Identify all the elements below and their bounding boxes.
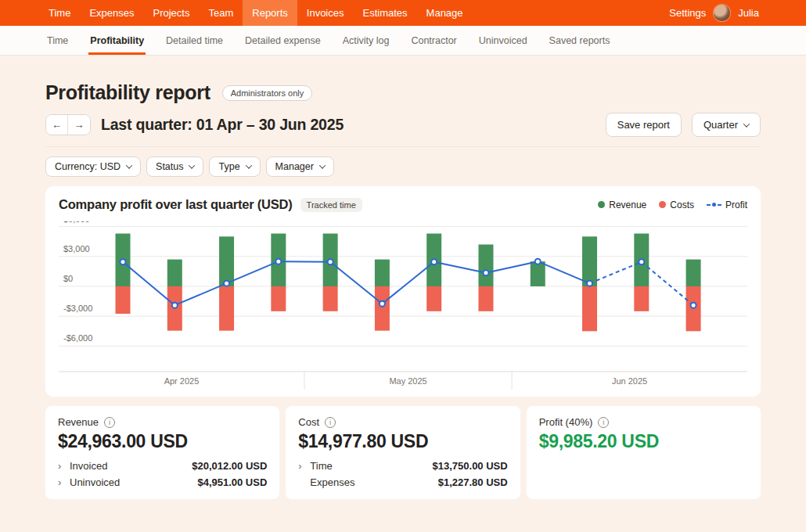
filter-status[interactable]: Status (146, 156, 203, 177)
nav-item-time[interactable]: Time (39, 0, 80, 26)
dash (718, 204, 721, 206)
nav-item-manage[interactable]: Manage (417, 0, 473, 26)
breakdown-row-uninvoiced[interactable]: ›Uninvoiced$4,951.00 USD (58, 476, 267, 488)
row-label: Uninvoiced (70, 476, 120, 488)
costs-series-icon (659, 201, 666, 208)
profit-line-solid (123, 261, 590, 305)
profit-label-row: Profit (40%)i (539, 416, 748, 428)
user-avatar[interactable] (714, 5, 730, 21)
row-label: Time (310, 460, 332, 472)
costs-bar (634, 286, 649, 311)
period-dropdown[interactable]: Quarter (692, 113, 761, 137)
costs-bar (375, 286, 390, 331)
breakdown-row-time[interactable]: ›Time$13,750.00 USD (298, 460, 507, 472)
subnav-item-saved-reports[interactable]: Saved reports (538, 26, 621, 55)
main-content: Profitability report Administrators only… (0, 56, 806, 532)
chart-header: Company profit over last quarter (USD) T… (59, 197, 747, 212)
profit-point (639, 259, 644, 264)
y-axis-label: $3,000 (63, 244, 90, 253)
legend-item-revenue[interactable]: Revenue (598, 200, 646, 210)
subnav-item-detailed-expense[interactable]: Detailed expense (234, 26, 332, 55)
profit-chart: $6,000$3,000$0-$3,000-$6,000Apr 2025May … (59, 221, 747, 390)
legend-label: Profit (725, 200, 747, 210)
costs-bar (582, 286, 597, 331)
date-row: ← → Last quarter: 01 Apr – 30 Jun 2025 S… (45, 113, 761, 137)
filter-type[interactable]: Type (209, 156, 260, 177)
row-value: $4,951.00 USD (197, 476, 267, 488)
settings-link[interactable]: Settings (669, 7, 706, 19)
row-value: $13,750.00 USD (433, 460, 508, 472)
profit-point (691, 303, 696, 308)
filter-bar: Currency: USDStatusTypeManager (45, 156, 761, 177)
tracked-time-badge: Tracked time (300, 198, 362, 212)
profit-point (587, 281, 592, 286)
costs-bar (271, 286, 286, 311)
page-title: Profitability report (45, 81, 210, 104)
nav-item-expenses[interactable]: Expenses (80, 0, 143, 26)
filter-label: Status (156, 161, 183, 172)
x-axis-label: Apr 2025 (164, 376, 200, 386)
y-axis-label: -$3,000 (63, 304, 92, 313)
nav-item-estimates[interactable]: Estimates (354, 0, 417, 26)
legend-item-costs[interactable]: Costs (659, 200, 694, 210)
cost-label-row: Costi (298, 416, 507, 428)
cost-label: Cost (298, 416, 319, 428)
profit-point (328, 259, 333, 264)
previous-period-button[interactable]: ← (46, 115, 68, 135)
revenue-bar (531, 261, 545, 286)
revenue-label: Revenue (58, 416, 99, 428)
subnav-item-profitability[interactable]: Profitability (79, 26, 155, 55)
revenue-breakdown: ›Invoiced$20,012.00 USD›Uninvoiced$4,951… (58, 460, 267, 488)
filter-currency-usd[interactable]: Currency: USD (45, 156, 141, 177)
nav-item-team[interactable]: Team (199, 0, 243, 26)
user-menu[interactable]: Julia (738, 7, 759, 19)
profit-value: $9,985.20 USD (539, 431, 748, 452)
topnav-right: Settings Julia (669, 0, 806, 26)
chevron-right-icon: › (58, 476, 70, 488)
breakdown-row-invoiced[interactable]: ›Invoiced$20,012.00 USD (58, 460, 267, 472)
revenue-value: $24,963.00 USD (58, 431, 267, 452)
info-icon[interactable]: i (104, 417, 115, 428)
revenue-card: Revenuei$24,963.00 USD›Invoiced$20,012.0… (45, 406, 279, 499)
legend-label: Costs (670, 200, 694, 210)
profit-card: Profit (40%)i$9,985.20 USD (527, 406, 761, 499)
costs-bar (219, 286, 234, 331)
subnav-item-uninvoiced[interactable]: Uninvoiced (468, 26, 538, 55)
subnav-item-activity-log[interactable]: Activity log (332, 26, 401, 55)
nav-item-invoices[interactable]: Invoices (297, 0, 354, 26)
info-icon[interactable]: i (325, 417, 336, 428)
next-period-button[interactable]: → (68, 115, 90, 135)
info-icon[interactable]: i (598, 417, 609, 428)
profit-point (121, 259, 126, 264)
breakdown-row-expenses: Expenses$1,227.80 USD (298, 476, 507, 488)
reports-subnav: TimeProfitabilityDetailed timeDetailed e… (0, 26, 806, 56)
save-report-button[interactable]: Save report (606, 113, 682, 137)
filter-manager[interactable]: Manager (266, 156, 334, 177)
chevron-down-icon (319, 162, 326, 168)
row-label: Invoiced (70, 460, 107, 472)
chart-card: Company profit over last quarter (USD) T… (45, 186, 761, 397)
subnav-item-time[interactable]: Time (36, 26, 79, 55)
date-range-label: Last quarter: 01 Apr – 30 Jun 2025 (101, 116, 344, 134)
y-axis-label: $6,000 (63, 221, 90, 224)
revenue-bar (582, 236, 597, 286)
chevron-right-icon: › (298, 460, 310, 472)
subnav-item-contractor[interactable]: Contractor (400, 26, 467, 55)
costs-bar (426, 286, 441, 311)
chevron-down-icon (189, 162, 195, 168)
costs-bar (323, 286, 338, 311)
profit-point (172, 303, 178, 308)
nav-item-projects[interactable]: Projects (144, 0, 200, 26)
profit-point (431, 259, 437, 264)
primary-nav: TimeExpensesProjectsTeamReportsInvoicesE… (39, 0, 473, 26)
cost-card: Costi$14,977.80 USD›Time$13,750.00 USDEx… (286, 406, 520, 499)
filter-label: Manager (275, 161, 314, 172)
dash (707, 204, 711, 206)
legend-item-profit[interactable]: Profit (707, 200, 747, 210)
subnav-item-detailed-time[interactable]: Detailed time (155, 26, 234, 55)
header-divider (45, 146, 761, 147)
x-axis-label: Jun 2025 (612, 376, 647, 386)
filter-label: Currency: USD (55, 161, 121, 172)
chart-legend: RevenueCostsProfit (598, 200, 747, 210)
nav-item-reports[interactable]: Reports (243, 0, 297, 26)
